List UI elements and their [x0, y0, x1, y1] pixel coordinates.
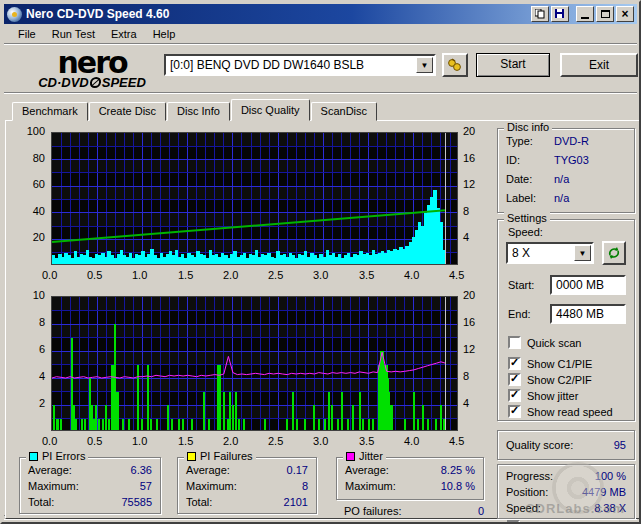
pi-errors-legend-swatch — [29, 452, 38, 461]
disc-info-group: Disc info Type:DVD-R ID:TYG03 Date:n/a L… — [497, 128, 635, 213]
tick-label: 0.0 — [42, 435, 64, 447]
toolbar: nero CD·DVDSPEED [0:0] BENQ DVD DD DW164… — [4, 46, 637, 93]
checkbox-icon[interactable] — [508, 373, 521, 386]
maximize-button[interactable] — [596, 6, 614, 22]
tick-label: 4.0 — [404, 269, 426, 281]
tick-label: 2.0 — [223, 269, 245, 281]
tick-label: 8 — [463, 370, 469, 382]
checkbox-icon[interactable] — [508, 336, 521, 349]
tick-label: 6 — [11, 343, 45, 355]
tick-label: 80 — [11, 152, 45, 164]
tick-label: 2.5 — [268, 435, 290, 447]
close-button[interactable]: × — [616, 6, 634, 22]
disc-id: TYG03 — [554, 154, 589, 166]
tick-label: 0.5 — [87, 269, 109, 281]
nero-logo: nero CD·DVDSPEED — [22, 48, 162, 89]
tick-label: 0.5 — [87, 435, 109, 447]
minimize-button[interactable] — [576, 6, 594, 22]
tick-label: 20 — [11, 231, 45, 243]
jitter-legend-swatch — [346, 452, 355, 461]
tab-benchmark[interactable]: Benchmark — [12, 102, 88, 121]
tick-label: 16 — [463, 152, 475, 164]
end-position-field[interactable]: 4480 MB — [550, 304, 626, 324]
tick-label: 1.0 — [132, 435, 154, 447]
show-jitter-checkbox[interactable]: Show jitter — [508, 389, 578, 402]
tick-label: 2.5 — [268, 269, 290, 281]
tick-label: 60 — [11, 178, 45, 190]
window-title: Nero CD-DVD Speed 4.60 — [26, 7, 531, 21]
tick-label: 3.5 — [359, 435, 381, 447]
chevron-down-icon[interactable]: ▼ — [574, 245, 591, 261]
show-c1-pie-checkbox[interactable]: Show C1/PIE — [508, 357, 592, 370]
checkbox-icon[interactable] — [508, 405, 521, 418]
app-icon — [7, 7, 22, 22]
speed-select[interactable]: 8 X ▼ — [506, 242, 594, 264]
settings-group: Settings Speed: 8 X ▼ Start: 0000 MB End… — [497, 219, 635, 421]
pi-errors-average: 6.36 — [131, 464, 152, 476]
tick-label: 4.0 — [404, 435, 426, 447]
tick-label: 4 — [463, 231, 469, 243]
save-icon[interactable] — [551, 6, 569, 22]
menu-help[interactable]: Help — [145, 26, 184, 42]
jitter-stats: Jitter Average:8.25 % Maximum:10.8 % — [336, 457, 484, 500]
disc-label: n/a — [554, 192, 569, 204]
tick-label: 20 — [463, 125, 475, 137]
quality-score-group: Quality score:95 — [497, 430, 635, 460]
tick-label: 12 — [463, 178, 475, 190]
pi-errors-stats: PI Errors Average:6.36 Maximum:57 Total:… — [19, 457, 161, 514]
disc-date: n/a — [554, 173, 569, 185]
show-read-speed-checkbox[interactable]: Show read speed — [508, 405, 613, 418]
watermark-text: CDRLabs.com — [525, 501, 625, 516]
tick-label: 4 — [11, 370, 45, 382]
quality-score-value: 95 — [614, 439, 626, 451]
tick-label: 3.0 — [313, 435, 335, 447]
po-failures-row: PO failures:0 — [344, 505, 484, 517]
copy-icon[interactable] — [531, 6, 549, 22]
menu-run-test[interactable]: Run Test — [44, 26, 103, 42]
tab-disc-info[interactable]: Disc Info — [167, 102, 230, 121]
chevron-down-icon[interactable]: ▼ — [416, 57, 433, 73]
tick-label: 0.0 — [42, 269, 64, 281]
menu-file[interactable]: File — [10, 26, 44, 42]
start-position-field[interactable]: 0000 MB — [550, 275, 626, 295]
menu-extra[interactable]: Extra — [103, 26, 145, 42]
tick-label: 1.5 — [178, 435, 200, 447]
tick-label: 2 — [11, 397, 45, 409]
pi-failures-chart: 108642201612840.00.51.01.52.02.53.03.54.… — [11, 290, 495, 456]
checkbox-icon — [507, 520, 520, 524]
drive-select[interactable]: [0:0] BENQ DVD DD DW1640 BSLB ▼ — [164, 54, 436, 76]
speed-select-value: 8 X — [508, 246, 574, 260]
tick-label: 8 — [463, 205, 469, 217]
tick-label: 4.5 — [449, 435, 471, 447]
tick-label: 4.5 — [449, 269, 471, 281]
jitter-average: 8.25 % — [441, 464, 475, 476]
po-failures-value: 0 — [478, 505, 484, 517]
tick-label: 2.0 — [223, 435, 245, 447]
app-window: Nero CD-DVD Speed 4.60 × File Run Test E… — [0, 0, 641, 524]
pi-failures-stats: PI Failures Average:0.17 Maximum:8 Total… — [177, 457, 317, 514]
tick-label: 4 — [463, 397, 469, 409]
exit-button[interactable]: Exit — [560, 53, 638, 77]
checkbox-icon[interactable] — [508, 389, 521, 402]
tools-icon — [447, 57, 463, 73]
tick-label: 3.0 — [313, 269, 335, 281]
tab-disc-quality[interactable]: Disc Quality — [231, 99, 310, 121]
refresh-button[interactable] — [602, 241, 626, 265]
show-write-speed-checkbox: Show write speed — [507, 520, 613, 524]
tick-label: 40 — [11, 205, 45, 217]
pi-failures-legend-swatch — [187, 452, 196, 461]
tools-button[interactable] — [442, 53, 468, 77]
start-button[interactable]: Start — [476, 53, 550, 77]
show-c2-pif-checkbox[interactable]: Show C2/PIF — [508, 373, 592, 386]
checkbox-icon[interactable] — [508, 357, 521, 370]
refresh-icon — [607, 246, 621, 260]
quick-scan-checkbox[interactable]: Quick scan — [508, 336, 581, 349]
pi-failures-average: 0.17 — [287, 464, 308, 476]
tab-create-disc[interactable]: Create Disc — [89, 102, 166, 121]
tick-label: 10 — [11, 289, 45, 301]
tick-label: 3.5 — [359, 269, 381, 281]
tab-scandisc[interactable]: ScanDisc — [311, 102, 377, 121]
pi-failures-total: 2101 — [284, 496, 308, 508]
tick-label: 1.5 — [178, 269, 200, 281]
tick-label: 16 — [463, 316, 475, 328]
